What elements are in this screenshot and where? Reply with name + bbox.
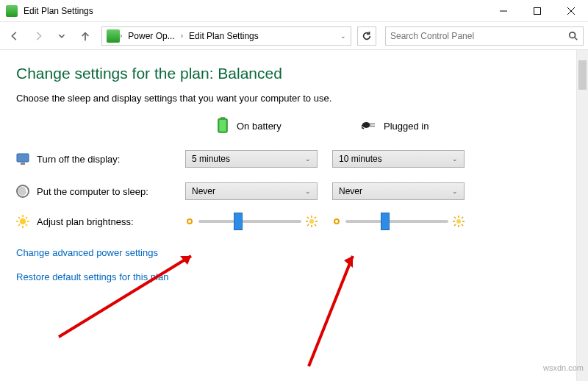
- slider-thumb[interactable]: [234, 213, 243, 230]
- dropdown-value: 5 minutes: [192, 154, 230, 164]
- settings-grid: On battery Plugged in Turn off the displ…: [16, 117, 572, 228]
- display-battery-dropdown[interactable]: 5 minutes ⌄: [185, 150, 318, 168]
- chevron-down-icon: ⌄: [452, 155, 458, 163]
- back-button[interactable]: [4, 26, 25, 46]
- svg-point-26: [309, 219, 314, 224]
- titlebar: Edit Plan Settings: [0, 0, 588, 22]
- slider-track[interactable]: [345, 220, 448, 223]
- row-brightness-label: Adjust plan brightness:: [16, 215, 185, 228]
- svg-line-32: [315, 224, 316, 226]
- sun-max-icon: [306, 216, 318, 227]
- svg-line-22: [26, 224, 27, 226]
- display-plugged-dropdown[interactable]: 10 minutes ⌄: [332, 150, 465, 168]
- svg-line-42: [462, 224, 463, 226]
- svg-line-31: [307, 217, 309, 218]
- chevron-down-icon: ⌄: [452, 188, 458, 195]
- breadcrumb-seg-2[interactable]: Edit Plan Settings: [183, 27, 265, 45]
- svg-point-36: [456, 219, 461, 224]
- label-text: Adjust plan brightness:: [37, 216, 134, 227]
- breadcrumb[interactable]: › Power Op... › Edit Plan Settings ⌄: [101, 26, 351, 46]
- navbar: › Power Op... › Edit Plan Settings ⌄: [0, 22, 588, 50]
- svg-line-23: [26, 217, 27, 218]
- row-display-label: Turn off the display:: [16, 152, 185, 165]
- sun-min-icon: [332, 217, 341, 226]
- svg-line-33: [315, 217, 316, 218]
- brightness-battery-slider[interactable]: [185, 216, 318, 227]
- slider-thumb[interactable]: [381, 213, 390, 230]
- search-icon: [568, 31, 578, 41]
- svg-point-25: [187, 219, 192, 224]
- svg-rect-9: [219, 120, 226, 132]
- svg-point-35: [334, 219, 339, 224]
- label-text: Put the computer to sleep:: [37, 186, 148, 197]
- svg-line-41: [454, 217, 456, 218]
- brightness-icon: [16, 215, 29, 228]
- svg-line-43: [462, 217, 463, 218]
- sleep-battery-dropdown[interactable]: Never ⌄: [185, 182, 318, 200]
- dropdown-value: Never: [339, 186, 362, 196]
- svg-point-10: [362, 122, 370, 128]
- search-box[interactable]: [385, 26, 584, 46]
- forward-button[interactable]: [28, 26, 49, 46]
- svg-rect-11: [369, 124, 375, 125]
- svg-line-45: [59, 256, 191, 337]
- up-button[interactable]: [75, 26, 96, 46]
- maximize-button[interactable]: [520, 0, 554, 21]
- chevron-down-icon: ⌄: [305, 155, 311, 163]
- column-header-battery: On battery: [185, 117, 332, 135]
- svg-rect-13: [17, 154, 29, 162]
- annotation-arrow-1: [51, 249, 198, 344]
- minimize-button[interactable]: [487, 0, 520, 21]
- page-description: Choose the sleep and display settings th…: [16, 93, 572, 104]
- svg-line-6: [575, 37, 578, 40]
- chevron-down-icon: ⌄: [305, 188, 311, 195]
- display-icon: [16, 152, 29, 165]
- breadcrumb-dropdown[interactable]: ⌄: [336, 32, 351, 40]
- page-heading: Change settings for the plan: Balanced: [16, 65, 572, 82]
- row-sleep-label: Put the computer to sleep:: [16, 185, 185, 198]
- svg-line-24: [18, 224, 20, 226]
- recent-button[interactable]: [51, 26, 72, 46]
- window-title: Edit Plan Settings: [24, 6, 487, 16]
- search-input[interactable]: [390, 31, 568, 41]
- battery-icon: [215, 117, 231, 135]
- svg-point-16: [20, 218, 26, 224]
- advanced-settings-link[interactable]: Change advanced power settings: [16, 247, 572, 258]
- content-area: Change settings for the plan: Balanced C…: [0, 50, 588, 381]
- sleep-plugged-dropdown[interactable]: Never ⌄: [332, 182, 465, 200]
- plug-icon: [362, 117, 378, 135]
- annotation-arrow-2: [272, 249, 368, 374]
- app-icon: [6, 5, 18, 17]
- column-label: Plugged in: [384, 121, 429, 132]
- sleep-icon: [16, 185, 29, 198]
- sun-max-icon: [453, 216, 465, 227]
- svg-rect-12: [369, 126, 375, 127]
- label-text: Turn off the display:: [37, 154, 120, 165]
- svg-rect-1: [534, 7, 541, 14]
- svg-point-5: [570, 32, 576, 38]
- dropdown-value: 10 minutes: [339, 154, 382, 164]
- slider-track[interactable]: [198, 220, 301, 223]
- breadcrumb-seg-1[interactable]: Power Op...: [122, 27, 180, 45]
- svg-line-34: [307, 224, 309, 226]
- refresh-button[interactable]: [357, 26, 376, 46]
- svg-line-21: [18, 217, 20, 218]
- watermark: wsxdn.com: [543, 363, 584, 372]
- sun-min-icon: [185, 217, 194, 226]
- svg-rect-14: [21, 163, 25, 165]
- dropdown-value: Never: [192, 186, 215, 196]
- restore-defaults-link[interactable]: Restore default settings for this plan: [16, 271, 572, 282]
- column-label: On battery: [237, 121, 282, 132]
- brightness-plugged-slider[interactable]: [332, 216, 465, 227]
- svg-line-44: [454, 224, 456, 226]
- column-header-plugged: Plugged in: [332, 117, 479, 135]
- close-button[interactable]: [554, 0, 588, 21]
- breadcrumb-icon: [107, 29, 120, 43]
